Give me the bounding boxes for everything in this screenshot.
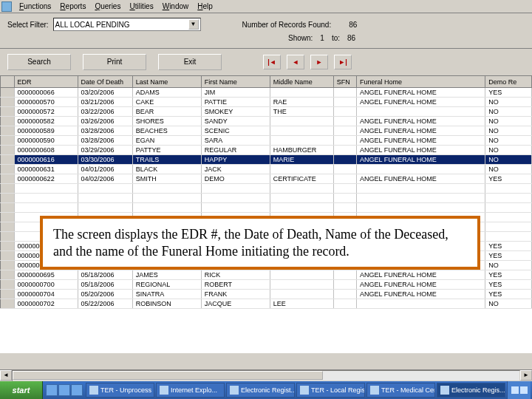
row-selector[interactable] (1, 98, 15, 107)
filter-value: ALL LOCAL PENDING (55, 21, 130, 29)
cell-dod: 03/20/2006 (78, 88, 132, 98)
row-selector[interactable] (1, 174, 15, 184)
cell-mid: CERTIFICATE (270, 174, 333, 184)
nav-first-button[interactable]: |◄ (263, 55, 281, 69)
horizontal-scrollbar[interactable]: ◄ ► (0, 369, 532, 381)
menu-utilities[interactable]: Utilities (125, 1, 157, 11)
taskbar-task[interactable]: TER - Local Registrar (296, 383, 365, 398)
table-row[interactable]: 000000058903/28/2006BEACHESSCENICANGEL F… (1, 126, 532, 136)
quicklaunch-icon[interactable] (71, 384, 83, 396)
cell-first: JACK (201, 165, 270, 174)
row-selector[interactable] (1, 261, 15, 270)
row-selector[interactable] (1, 232, 15, 242)
records-grid[interactable]: EDRDate Of DeathLast NameFirst NameMiddl… (0, 75, 532, 309)
column-header[interactable]: Last Name (132, 76, 201, 88)
table-row[interactable]: 000000063104/01/2006BLACKJACKNO (1, 165, 532, 174)
taskbar-task[interactable]: TER - Unprocess L... (86, 383, 154, 398)
row-selector[interactable] (1, 136, 15, 146)
cell-dod (78, 184, 132, 194)
cell-first: SMOKEY (201, 107, 270, 117)
row-selector[interactable] (1, 146, 15, 155)
row-selector[interactable] (1, 222, 15, 232)
table-row[interactable] (1, 194, 532, 203)
column-header[interactable]: Date Of Death (78, 76, 132, 88)
cell-mid: MARIE (270, 155, 333, 165)
row-selector[interactable] (1, 107, 15, 117)
row-selector[interactable] (1, 184, 15, 194)
cell-edr: 0000000695 (14, 270, 78, 280)
table-row[interactable]: 000000070005/18/2006REGIONALROBERTANGEL … (1, 280, 532, 290)
taskbar-task[interactable]: Electronic Regis... (437, 383, 505, 398)
row-selector[interactable] (1, 213, 15, 222)
row-selector[interactable] (1, 299, 15, 309)
nav-last-button[interactable]: ►| (334, 55, 352, 69)
quicklaunch-icon[interactable] (46, 384, 58, 396)
cell-first: JACQUE (201, 299, 270, 309)
row-selector[interactable] (1, 88, 15, 98)
table-row[interactable]: 000000060803/29/2006PATTYEREGULARHAMBURG… (1, 146, 532, 155)
table-row[interactable]: 000000059003/28/2006EGANSARAANGEL FUNERA… (1, 136, 532, 146)
row-selector[interactable] (1, 165, 15, 174)
chevron-down-icon[interactable]: ▼ (188, 19, 199, 30)
cell-edr (14, 184, 78, 194)
print-button[interactable]: Print (83, 54, 146, 70)
menu-queries[interactable]: Queries (90, 1, 125, 11)
table-row[interactable]: 000000062204/02/2006SMITHDEMOCERTIFICATE… (1, 174, 532, 184)
column-header[interactable]: Demo Re (485, 76, 532, 88)
tray-icon[interactable] (511, 386, 519, 394)
menu-window[interactable]: Window (158, 1, 194, 11)
cell-fh (357, 194, 485, 203)
table-row[interactable] (1, 203, 532, 213)
cell-last: ADAMS (132, 88, 201, 98)
row-selector[interactable] (1, 242, 15, 251)
scroll-track[interactable] (12, 370, 520, 381)
cell-demo: YES (485, 88, 532, 98)
column-header[interactable]: SFN (333, 76, 356, 88)
row-selector[interactable] (1, 203, 15, 213)
menu-functions[interactable]: Functions (15, 1, 55, 11)
table-row[interactable]: 000000069505/18/2006JAMESRICKANGEL FUNER… (1, 270, 532, 280)
cell-mid: HAMBURGER (270, 146, 333, 155)
column-header[interactable]: First Name (201, 76, 270, 88)
menu-help[interactable]: Help (193, 1, 217, 11)
table-row[interactable]: 000000070205/22/2006ROBINSONJACQUELEENO (1, 299, 532, 309)
quicklaunch-icon[interactable] (58, 384, 70, 396)
table-row[interactable]: 000000070405/20/2006SINATRAFRANKANGEL FU… (1, 290, 532, 299)
column-header[interactable]: Funeral Home (357, 76, 485, 88)
table-row[interactable]: 000000061603/30/2006TRAILSHAPPYMARIEANGE… (1, 155, 532, 165)
row-selector[interactable] (1, 117, 15, 126)
cell-fh: ANGEL FUNERAL HOME (357, 88, 485, 98)
cell-demo: NO (485, 126, 532, 136)
column-header[interactable]: Middle Name (270, 76, 333, 88)
row-selector[interactable] (1, 155, 15, 165)
cell-fh: ANGEL FUNERAL HOME (357, 174, 485, 184)
taskbar-task[interactable]: Internet Explo... (156, 383, 225, 398)
search-button[interactable]: Search (7, 54, 71, 70)
tray-icon[interactable] (520, 386, 528, 394)
scroll-left-icon[interactable]: ◄ (0, 370, 12, 381)
exit-button[interactable]: Exit (158, 54, 222, 70)
table-row[interactable]: 000000006603/20/2006ADAMSJIMANGEL FUNERA… (1, 88, 532, 98)
row-selector[interactable] (1, 251, 15, 261)
table-row[interactable]: 000000058203/26/2006SHORESSANDYANGEL FUN… (1, 117, 532, 126)
nav-next-button[interactable]: ► (310, 55, 328, 69)
scroll-right-icon[interactable]: ► (520, 370, 532, 381)
start-button[interactable]: start (0, 381, 43, 399)
taskbar-task[interactable]: Electronic Regist... (226, 383, 295, 398)
column-header[interactable]: EDR (14, 76, 78, 88)
row-selector[interactable] (1, 280, 15, 290)
row-selector[interactable] (1, 270, 15, 280)
menu-reports[interactable]: Reports (55, 1, 90, 11)
row-selector[interactable] (1, 126, 15, 136)
table-row[interactable] (1, 184, 532, 194)
row-selector[interactable] (1, 194, 15, 203)
scroll-thumb[interactable] (13, 371, 323, 380)
filter-dropdown[interactable]: ALL LOCAL PENDING ▼ (53, 18, 201, 31)
cell-first: REGULAR (201, 146, 270, 155)
taskbar-task[interactable]: TER - Medical Cert... (366, 383, 435, 398)
system-tray[interactable] (507, 381, 531, 399)
row-selector[interactable] (1, 290, 15, 299)
table-row[interactable]: 000000057003/21/2006CAKEPATTIERAEANGEL F… (1, 98, 532, 107)
table-row[interactable]: 000000057203/22/2006BEARSMOKEYTHENO (1, 107, 532, 117)
nav-prev-button[interactable]: ◄ (287, 55, 304, 69)
